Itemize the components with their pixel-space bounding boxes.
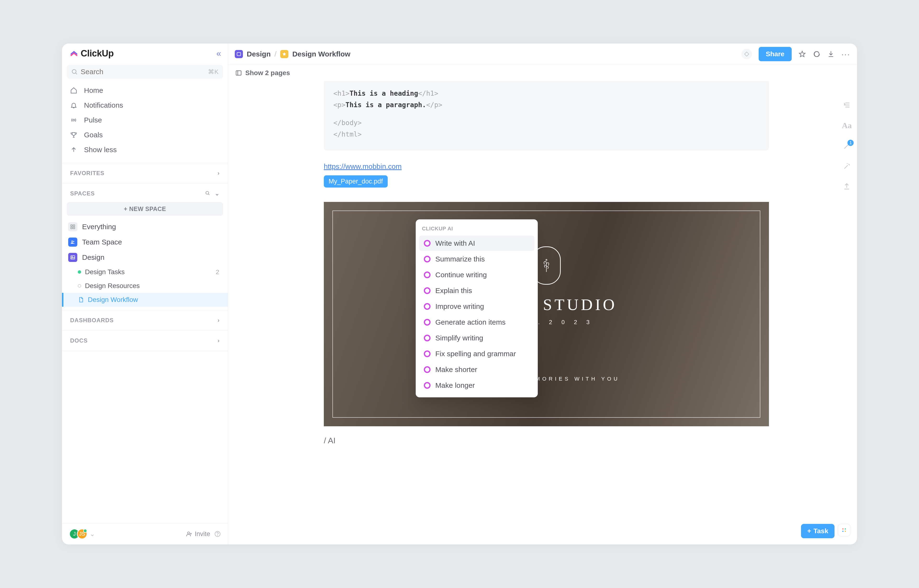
ai-spark-icon: [424, 382, 430, 389]
show-pages-label: Show 2 pages: [245, 69, 290, 77]
indent-icon[interactable]: [843, 101, 851, 109]
dashboards-header[interactable]: DASHBOARDS ›: [62, 312, 228, 329]
search-spaces-icon[interactable]: [205, 190, 210, 197]
breadcrumb: Design / Design Workflow: [235, 50, 350, 58]
sidebar-footer: J JS ⌄ Invite: [62, 523, 228, 544]
svg-line-1: [76, 73, 77, 74]
docs-label: DOCS: [70, 337, 87, 344]
chevron-right-icon: ›: [218, 317, 220, 324]
status-dot-icon: [78, 270, 81, 274]
tag-icon[interactable]: [741, 49, 752, 59]
new-task-button[interactable]: + Task: [801, 524, 835, 538]
ai-item-spelling[interactable]: Fix spelling and grammar: [419, 346, 534, 362]
external-link[interactable]: https://www.mobbin.com: [324, 162, 769, 171]
sidebar-toggle-icon: [235, 69, 242, 76]
nav-notifications[interactable]: Notifications: [62, 98, 228, 113]
svg-point-22: [843, 531, 844, 532]
ai-menu-title: CLICKUP AI: [416, 224, 538, 235]
search-box[interactable]: ⌘K: [67, 65, 223, 79]
nav-notifications-label: Notifications: [84, 101, 123, 109]
nav-home[interactable]: Home: [62, 83, 228, 98]
embedded-image[interactable]: JANES STUDIO E S T . 2 0 2 3 CREATING ME…: [324, 202, 769, 426]
nav-pulse-label: Pulse: [84, 116, 102, 124]
spaces-label: SPACES: [70, 190, 95, 197]
subitem-design-tasks[interactable]: Design Tasks 2: [62, 265, 228, 279]
space-design-label: Design: [82, 253, 104, 262]
ai-item-write[interactable]: Write with AI: [419, 236, 534, 251]
document-body[interactable]: <h1>This is a heading</h1> <p>This is a …: [319, 81, 778, 455]
star-icon[interactable]: [798, 50, 806, 58]
ai-item-continue[interactable]: Continue writing: [419, 267, 534, 283]
pdf-attachment[interactable]: My_Paper_doc.pdf: [324, 175, 388, 187]
ai-item-shorter[interactable]: Make shorter: [419, 362, 534, 377]
subitem-design-workflow[interactable]: Design Workflow: [62, 293, 228, 307]
user-avatars[interactable]: J JS ⌄: [69, 529, 95, 539]
right-rail: Aa: [842, 101, 852, 191]
download-icon[interactable]: [827, 50, 835, 58]
ai-spark-icon: [424, 319, 430, 326]
ai-spark-icon: [424, 271, 430, 278]
app-name: ClickUp: [81, 48, 114, 58]
breadcrumb-level1[interactable]: Design: [247, 50, 271, 58]
invite-label: Invite: [194, 530, 210, 538]
ai-item-simplify[interactable]: Simplify writing: [419, 330, 534, 346]
plus-icon: +: [807, 527, 811, 535]
nav-list: Home Notifications Pulse Goals Show less: [62, 82, 228, 162]
space-team-label: Team Space: [82, 238, 122, 246]
spaces-header: SPACES ⌄: [62, 185, 228, 202]
magic-icon[interactable]: [843, 162, 851, 170]
ai-spark-icon: [424, 287, 430, 294]
invite-button[interactable]: Invite: [186, 530, 221, 538]
space-design[interactable]: Design: [62, 250, 228, 265]
sidebar: ClickUp « ⌘K Home Notifications Pulse: [62, 44, 228, 544]
team-icon: [68, 237, 77, 247]
upload-icon[interactable]: [843, 182, 851, 191]
share-button[interactable]: Share: [759, 47, 792, 61]
favorites-header[interactable]: FAVORITES ›: [62, 165, 228, 182]
status-dot-icon: [78, 284, 81, 288]
clickup-logo-icon: [70, 49, 78, 58]
favorites-label: FAVORITES: [70, 170, 104, 176]
svg-point-9: [71, 241, 73, 242]
nav-pulse[interactable]: Pulse: [62, 113, 228, 128]
breadcrumb-level2[interactable]: Design Workflow: [292, 50, 350, 58]
space-everything[interactable]: Everything: [62, 219, 228, 234]
ai-item-explain[interactable]: Explain this: [419, 283, 534, 298]
ai-item-actions[interactable]: Generate action items: [419, 315, 534, 330]
nav-show-less[interactable]: Show less: [62, 142, 228, 157]
slash-command-text[interactable]: / AI: [324, 436, 769, 445]
doc-icon: [78, 297, 84, 303]
breadcrumb-sep: /: [275, 50, 277, 58]
comment-icon[interactable]: [813, 50, 820, 58]
ai-item-summarize[interactable]: Summarize this: [419, 251, 534, 267]
link-text[interactable]: https://www.mobbin.com: [324, 162, 401, 170]
new-space-button[interactable]: + NEW SPACE: [67, 202, 223, 216]
chevron-right-icon: ›: [218, 337, 220, 344]
pages-toggle[interactable]: Show 2 pages: [228, 65, 857, 81]
typography-icon[interactable]: Aa: [842, 121, 852, 130]
ai-item-longer[interactable]: Make longer: [419, 378, 534, 393]
collapse-sidebar-icon[interactable]: «: [216, 48, 221, 58]
ai-spark-icon: [424, 256, 430, 262]
nav-goals[interactable]: Goals: [62, 128, 228, 142]
more-icon[interactable]: ···: [841, 50, 850, 59]
subitem-design-resources[interactable]: Design Resources: [62, 279, 228, 293]
svg-rect-18: [236, 71, 241, 75]
apps-grid-button[interactable]: [838, 524, 850, 536]
grid-icon: [68, 222, 77, 231]
ai-spark-icon: [424, 335, 430, 341]
help-icon[interactable]: [214, 531, 221, 537]
ai-item-improve[interactable]: Improve writing: [419, 299, 534, 314]
app-logo[interactable]: ClickUp: [70, 48, 114, 58]
search-shortcut: ⌘K: [208, 68, 219, 76]
chevron-down-icon[interactable]: ⌄: [215, 190, 220, 197]
space-team[interactable]: Team Space: [62, 234, 228, 250]
svg-rect-5: [71, 225, 72, 226]
search-input[interactable]: [81, 68, 208, 76]
main-header: Design / Design Workflow Share ···: [228, 44, 857, 65]
svg-point-2: [73, 119, 74, 121]
home-icon: [70, 87, 79, 94]
docs-header[interactable]: DOCS ›: [62, 332, 228, 349]
wand-icon[interactable]: [843, 142, 851, 150]
svg-rect-7: [71, 227, 72, 229]
